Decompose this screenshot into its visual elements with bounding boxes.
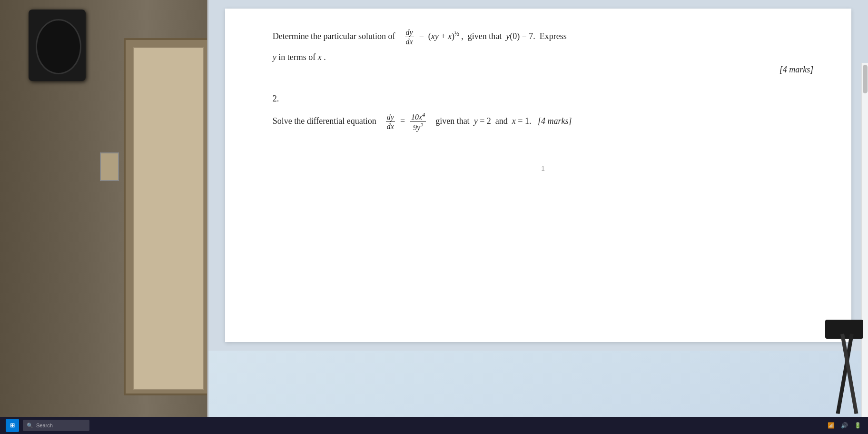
q2-dx: dx — [386, 122, 395, 131]
q1-condition-val: y(0) = 7. Express — [506, 31, 567, 41]
q2-space — [429, 116, 434, 126]
q2-prefix: Solve the differential equation — [273, 116, 376, 126]
q1-x-var: x — [318, 52, 322, 62]
volume-icon[interactable]: 🔊 — [839, 421, 849, 430]
battery-icon[interactable]: 🔋 — [853, 421, 862, 430]
question-1-block: Determine the particular solution of dy … — [273, 28, 814, 75]
q2-number: 2. — [273, 94, 814, 104]
doc-content: Determine the particular solution of dy … — [225, 9, 852, 342]
q1-period: . — [324, 52, 326, 62]
q1-given-that: given that — [468, 31, 504, 41]
q1-dx: dx — [405, 37, 414, 46]
projected-screen: QUIZ (TOPIC 3) ★ ⊡ ☁ File Edit View Inse… — [207, 0, 868, 426]
q2-formula-fraction: 10x4 9y2 — [410, 111, 426, 132]
q1-dy: dy — [405, 28, 414, 37]
q2-denominator: 9y2 — [412, 122, 424, 132]
door-frame — [124, 38, 209, 395]
q2-given-that: given that — [435, 116, 472, 126]
q1-prefix: Determine the particular solution of — [273, 31, 395, 41]
page-number: 1 — [273, 161, 814, 176]
tripod-stand — [811, 320, 868, 415]
q1-rhs: (xy + x)½ — [428, 31, 459, 41]
taskbar-system-icons: 📶 🔊 🔋 — [826, 421, 862, 430]
taskbar-search-icon: 🔍 — [27, 423, 33, 429]
q1-marks: [4 marks] — [273, 65, 814, 75]
q2-numerator: 10x4 — [410, 111, 426, 122]
taskbar-search-box[interactable]: 🔍 Search — [23, 420, 89, 431]
q1-comma: , — [461, 31, 465, 41]
q2-dy-dx-fraction: dy dx — [386, 112, 395, 131]
q2-dy: dy — [386, 112, 395, 122]
left-wall — [0, 0, 209, 434]
speaker — [29, 10, 86, 81]
q1-equals: = — [417, 31, 426, 41]
start-button[interactable]: ⊞ — [6, 419, 19, 432]
q1-fraction: dy dx — [405, 28, 414, 46]
network-icon[interactable]: 📶 — [826, 421, 836, 430]
q2-y-val: y = 2 — [474, 116, 493, 126]
question-1-text: Determine the particular solution of dy … — [273, 28, 814, 46]
taskbar: ⊞ 🔍 Search 📶 🔊 🔋 — [0, 417, 868, 434]
q2-marks: [4 marks] — [538, 116, 572, 126]
electrical-box — [100, 152, 119, 181]
door-inner — [133, 47, 204, 390]
scrollbar-thumb[interactable] — [863, 65, 868, 93]
question-1-line2: y in terms of x . — [273, 50, 814, 65]
q1-in-terms: in terms of — [278, 52, 318, 62]
q1-y-var: y — [273, 52, 276, 62]
taskbar-search-label: Search — [36, 423, 53, 428]
windows-icon: ⊞ — [10, 422, 15, 429]
question-2-block: 2. Solve the differential equation dy dx… — [273, 94, 814, 132]
q2-equals: = — [398, 116, 407, 126]
q2-x-val: x = 1. — [512, 116, 536, 126]
q2-and: and — [495, 116, 510, 126]
question-2-text: Solve the differential equation dy dx = … — [273, 111, 814, 132]
doc-area: Determine the particular solution of dy … — [208, 0, 868, 351]
